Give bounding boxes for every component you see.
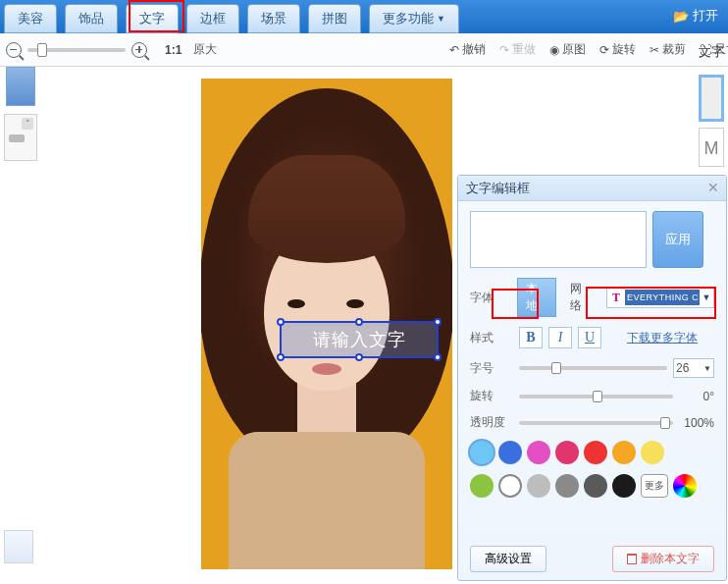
size-label: 字号	[470, 360, 513, 377]
advanced-settings-button[interactable]: 高级设置	[470, 546, 546, 572]
right-thumb-selected[interactable]	[699, 75, 724, 122]
tab-scene[interactable]: 场景	[247, 4, 300, 33]
right-sidebar: M	[699, 75, 728, 167]
rotate-slider[interactable]	[519, 395, 673, 398]
more-colors-button[interactable]: 更多	[641, 474, 668, 498]
font-tab-network[interactable]: 网络	[562, 279, 600, 316]
font-name: EVERYTHING C	[625, 290, 700, 305]
resize-handle[interactable]	[277, 318, 285, 326]
color-swatch[interactable]	[641, 441, 664, 464]
color-swatch[interactable]	[584, 474, 607, 498]
font-label: 字体	[470, 290, 511, 306]
font-t-icon: T	[607, 291, 625, 305]
color-swatch[interactable]	[527, 474, 550, 498]
color-swatch[interactable]	[555, 474, 579, 498]
secondary-toolbar: 1:1 原大 ↶撤销 ↷重做 ◉原图 ⟳旋转 ✂裁剪 ⛶尺寸	[0, 33, 728, 67]
right-thumb-m[interactable]: M	[699, 128, 724, 167]
close-icon[interactable]: ✕	[706, 181, 720, 194]
resize-handle[interactable]	[434, 318, 442, 326]
redo-button[interactable]: ↷重做	[499, 41, 536, 58]
eye-icon: ◉	[549, 43, 559, 57]
size-select[interactable]: 26▼	[673, 358, 714, 378]
color-swatch[interactable]	[498, 474, 522, 498]
download-fonts-link[interactable]: 下载更多字体	[627, 330, 698, 346]
apply-button[interactable]: 应用	[652, 211, 703, 268]
rotate-value: 0°	[679, 390, 714, 403]
text-edit-panel: 文字编辑框 ✕ 应用 字体 本地 网络 T EVERYTHING C ▼ 样式 …	[457, 175, 727, 581]
resize-handle[interactable]	[355, 318, 363, 326]
opacity-slider[interactable]	[519, 421, 673, 425]
delete-text-button[interactable]: 删除本文字	[612, 546, 714, 572]
main-tabbar: 美容 饰品 文字 边框 场景 拼图 更多功能▼ 📂 打开	[0, 0, 728, 33]
left-thumb[interactable]	[6, 67, 35, 106]
left-panel-collapsed[interactable]: ˄	[4, 114, 37, 161]
tab-more[interactable]: 更多功能▼	[369, 4, 459, 33]
tab-beauty[interactable]: 美容	[4, 4, 57, 33]
color-swatch[interactable]	[555, 441, 579, 464]
panel-header[interactable]: 文字编辑框 ✕	[458, 176, 726, 201]
rotate-label: 旋转	[470, 388, 513, 404]
undo-button[interactable]: ↶撤销	[449, 41, 486, 58]
left-bottom-button[interactable]	[4, 530, 33, 563]
chevron-down-icon: ▼	[437, 14, 445, 24]
bold-button[interactable]: B	[519, 327, 543, 348]
opacity-value: 100%	[679, 416, 714, 430]
color-palette: 更多	[470, 441, 714, 498]
color-swatch[interactable]	[498, 441, 522, 464]
italic-button[interactable]: I	[548, 327, 572, 348]
zoom-in-icon[interactable]	[131, 42, 147, 58]
right-panel-label: 文字	[699, 43, 724, 61]
color-swatch[interactable]	[612, 474, 636, 498]
color-swatch[interactable]	[470, 441, 494, 464]
text-placeholder: 请输入文字	[282, 323, 437, 356]
color-swatch[interactable]	[527, 441, 550, 464]
zoom-original[interactable]: 原大	[193, 41, 217, 58]
crop-button[interactable]: ✂裁剪	[650, 41, 686, 58]
undo-icon: ↶	[449, 43, 459, 57]
tab-border[interactable]: 边框	[186, 4, 239, 33]
folder-icon: 📂	[673, 9, 689, 24]
left-sidebar: ˄	[0, 67, 47, 161]
color-swatch[interactable]	[612, 441, 636, 464]
color-wheel-button[interactable]	[673, 474, 697, 498]
chevron-down-icon: ▼	[700, 292, 713, 302]
resize-handle[interactable]	[434, 353, 442, 361]
redo-icon: ↷	[499, 43, 509, 57]
resize-handle[interactable]	[277, 353, 285, 361]
chevron-down-icon: ▼	[703, 364, 711, 373]
zoom-ratio[interactable]: 1:1	[165, 43, 182, 57]
chevron-up-icon: ˄	[22, 118, 33, 130]
font-select[interactable]: T EVERYTHING C ▼	[606, 287, 714, 308]
color-swatch[interactable]	[584, 441, 607, 464]
underline-button[interactable]: U	[578, 327, 601, 348]
tab-text[interactable]: 文字	[126, 4, 179, 33]
rotate-button[interactable]: ⟳旋转	[599, 41, 636, 58]
original-image-button[interactable]: ◉原图	[549, 41, 586, 58]
style-label: 样式	[470, 330, 513, 346]
resize-handle[interactable]	[355, 353, 363, 361]
trash-icon	[627, 554, 637, 564]
tab-collage[interactable]: 拼图	[308, 4, 361, 33]
crop-icon: ✂	[650, 43, 659, 57]
color-swatch[interactable]	[470, 474, 494, 498]
panel-title: 文字编辑框	[466, 181, 530, 195]
text-box-selection[interactable]: 请输入文字	[280, 321, 439, 358]
rotate-icon: ⟳	[599, 43, 609, 57]
text-input[interactable]	[470, 211, 647, 268]
size-slider[interactable]	[519, 366, 667, 370]
zoom-out-icon[interactable]	[6, 42, 22, 58]
font-tab-local[interactable]: 本地	[517, 278, 557, 317]
opacity-label: 透明度	[470, 414, 513, 431]
zoom-slider[interactable]	[27, 48, 126, 52]
open-button[interactable]: 📂 打开	[673, 7, 718, 25]
tab-accessory[interactable]: 饰品	[65, 4, 118, 33]
